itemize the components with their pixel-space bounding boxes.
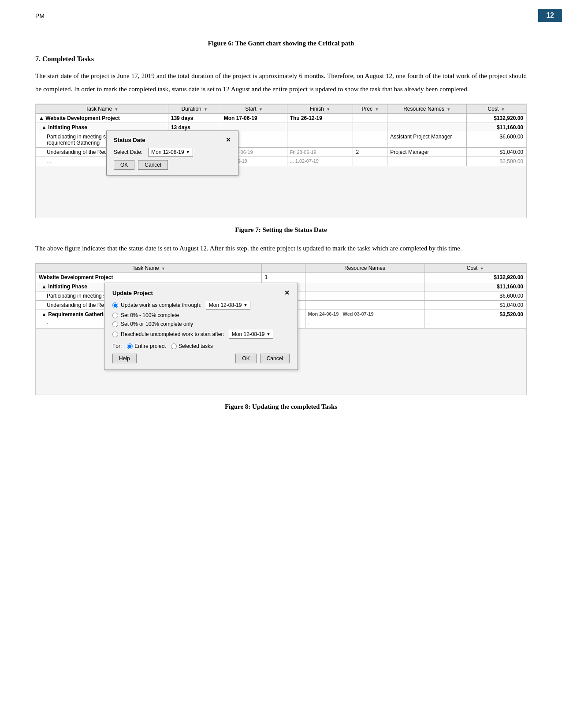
- cancel-button[interactable]: Cancel: [138, 160, 167, 170]
- finish-cell: [287, 132, 353, 148]
- prec-cell: [353, 132, 387, 148]
- col-duration: Duration ▼: [168, 105, 221, 114]
- option2-label: Set 0% - 100% complete: [121, 312, 179, 318]
- option4-radio[interactable]: [112, 332, 118, 337]
- table-row: Website Development Project 1 $132,920.0…: [36, 273, 526, 282]
- cost-cell: $6,600.00: [424, 291, 526, 301]
- finish-cell: ... 1.02-07-19: [287, 157, 353, 166]
- resource-cell: [387, 114, 467, 123]
- col-resource: Resource Names ▼: [387, 105, 467, 114]
- option1-row: Update work as complete through: Mon 12-…: [112, 301, 290, 310]
- resource-cell: [305, 301, 424, 310]
- help-button[interactable]: Help: [112, 354, 137, 363]
- for-label: For:: [112, 343, 122, 349]
- dialog-title: Status Date: [114, 137, 145, 143]
- for-selected-text: Selected tasks: [179, 343, 213, 349]
- cost-cell: $132,920.00: [424, 273, 526, 282]
- figure6-caption: Figure 6: The Gantt chart showing the Cr…: [35, 40, 527, 47]
- cost-cell: $11,160.00: [467, 123, 526, 132]
- option4-date-input[interactable]: Mon 12-08-19 ▼: [229, 330, 274, 339]
- prec-cell: [353, 123, 387, 132]
- table-row: ▲ Website Development Project 139 days M…: [36, 114, 526, 123]
- figure7-screenshot: Task Name ▼ Duration ▼ Start ▼ Finish ▼ …: [35, 104, 527, 218]
- resource-cell: Assistant Project Manager: [387, 132, 467, 148]
- option2-row: Set 0% - 100% complete: [112, 312, 290, 318]
- cost-cell: $3,520.00: [424, 310, 526, 319]
- ok-button[interactable]: OK: [114, 160, 134, 170]
- cost-cell: $1,040.00: [467, 148, 526, 157]
- option1-radio[interactable]: [112, 302, 118, 308]
- resource-cell: [387, 123, 467, 132]
- option1-date-input[interactable]: Mon 12-08-19 ▼: [206, 301, 251, 310]
- cost-cell: $132,920.00: [467, 114, 526, 123]
- for-selected-label[interactable]: Selected tasks: [171, 343, 213, 349]
- paragraph2: The above figure indicates that the stat…: [35, 242, 527, 255]
- resource-cell: [305, 291, 424, 301]
- resource-cell: Mon 24-06-19 Wed 03-07-19: [305, 310, 424, 319]
- resource-cell: ·: [305, 319, 424, 329]
- start-cell: Mon 17-06-19: [221, 114, 287, 123]
- date-input-display[interactable]: Mon 12-08-19 ▼: [148, 148, 193, 157]
- option3-label: Set 0% or 100% complete only: [121, 321, 193, 327]
- section7-paragraph: The start date of the project is June 17…: [35, 69, 527, 96]
- date-value: Mon 12-08-19: [151, 149, 184, 155]
- pm-label: PM: [35, 12, 45, 19]
- col-num: [262, 264, 305, 273]
- cost-cell: ·: [424, 319, 526, 329]
- col-task-name: Task Name ▼: [36, 264, 262, 273]
- col-finish: Finish ▼: [287, 105, 353, 114]
- col-cost: Cost ▼: [424, 264, 526, 273]
- dropdown-icon: ▼: [267, 332, 271, 336]
- for-entire-radio[interactable]: [127, 343, 133, 349]
- resource-cell: Project Manager: [387, 148, 467, 157]
- resource-cell: [305, 282, 424, 291]
- cost-cell: $1,040.00: [424, 301, 526, 310]
- ok-button[interactable]: OK: [235, 354, 256, 363]
- finish-cell: [287, 123, 353, 132]
- option3-row: Set 0% or 100% complete only: [112, 321, 290, 327]
- status-date-dialog: Status Date ✕ Select Date: Mon 12-08-19 …: [106, 131, 238, 175]
- update-dialog-close-button[interactable]: ✕: [284, 289, 290, 296]
- col-resource-names: Resource Names: [305, 264, 424, 273]
- option4-row: Reschedule uncompleted work to start aft…: [112, 330, 290, 339]
- prec-cell: 2: [353, 148, 387, 157]
- dropdown-icon: ▼: [186, 150, 190, 154]
- update-project-dialog: Update Project ✕ Update work as complete…: [104, 283, 298, 370]
- finish-cell: Thu 26-12-19: [287, 114, 353, 123]
- finish-cell: Fri 28-06-19: [287, 148, 353, 157]
- option1-label: Update work as complete through:: [121, 302, 201, 308]
- task-name-cell: ▲ Website Development Project: [36, 114, 168, 123]
- cancel-button[interactable]: Cancel: [260, 354, 290, 363]
- update-dialog-buttons: Help OK Cancel: [112, 354, 290, 363]
- figure7-caption: Figure 7: Setting the Status Date: [35, 226, 527, 234]
- option3-radio[interactable]: [112, 321, 118, 327]
- prec-cell: [353, 114, 387, 123]
- cost-cell: $3,500.00: [467, 157, 526, 166]
- section7-heading: 7. Completed Tasks: [35, 55, 527, 63]
- for-row: For: Entire project Selected tasks: [112, 343, 290, 349]
- option4-label: Reschedule uncompleted work to start aft…: [121, 331, 224, 337]
- cost-cell: $11,160.00: [424, 282, 526, 291]
- cost-cell: $6,600.00: [467, 132, 526, 148]
- figure8-screenshot: Task Name ▼ Resource Names Cost ▼ Websit…: [35, 263, 527, 395]
- option4-date-value: Mon 12-08-19: [232, 331, 265, 337]
- dialog-select-date-label: Select Date:: [114, 149, 145, 155]
- prec-cell: [353, 157, 387, 166]
- figure8-caption: Figure 8: Updating the completed Tasks: [35, 403, 527, 411]
- for-entire-text: Entire project: [134, 343, 166, 349]
- update-dialog-title: Update Project: [112, 290, 153, 296]
- resource-cell: [387, 157, 467, 166]
- resource-cell: [305, 273, 424, 282]
- task-name-cell: Website Development Project: [36, 273, 262, 282]
- for-entire-label[interactable]: Entire project: [127, 343, 166, 349]
- col-task-name: Task Name ▼: [36, 105, 168, 114]
- dropdown-icon: ▼: [243, 303, 247, 307]
- dialog-close-button[interactable]: ✕: [226, 136, 231, 143]
- col-cost: Cost ▼: [467, 105, 526, 114]
- num-cell: 1: [262, 273, 305, 282]
- option2-radio[interactable]: [112, 313, 118, 318]
- option1-date-value: Mon 12-08-19: [209, 302, 242, 308]
- for-selected-radio[interactable]: [171, 343, 177, 349]
- duration-cell: 139 days: [168, 114, 221, 123]
- col-start: Start ▼: [221, 105, 287, 114]
